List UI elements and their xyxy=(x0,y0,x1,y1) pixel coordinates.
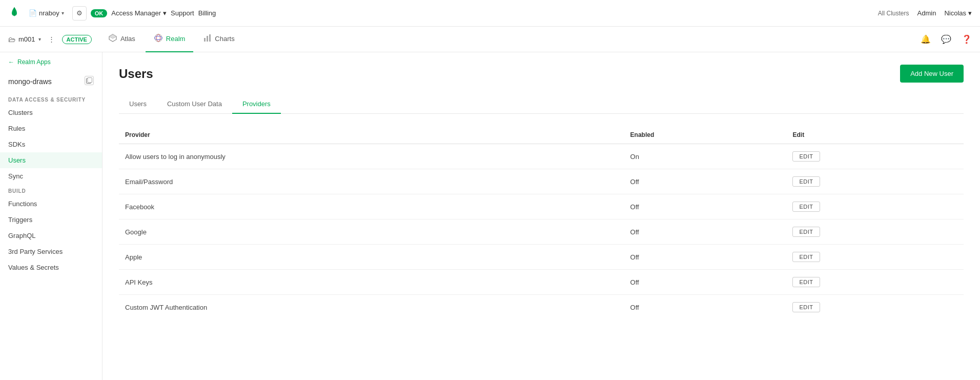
provider-col-header: Provider xyxy=(119,126,624,144)
billing-link[interactable]: Billing xyxy=(198,9,216,17)
main-layout: ← Realm Apps mongo-draws DATA ACCESS & S… xyxy=(0,52,980,380)
provider-name: Facebook xyxy=(119,194,624,219)
second-nav: 🗁 m001 ▾ ⋮ ACTIVE Atlas xyxy=(0,27,980,52)
subtab-custom-user-data[interactable]: Custom User Data xyxy=(157,95,232,114)
atlas-icon xyxy=(108,33,117,44)
svg-marker-1 xyxy=(109,34,116,38)
edit-provider-button[interactable]: EDIT xyxy=(792,202,820,212)
subtab-users[interactable]: Users xyxy=(119,95,157,114)
providers-table: Provider Enabled Edit Allow users to log… xyxy=(119,126,964,319)
folder-icon: 🗁 xyxy=(8,35,15,44)
admin-label: Admin xyxy=(917,9,936,17)
all-clusters-label[interactable]: All Clusters xyxy=(878,10,909,17)
table-row: API KeysOffEDIT xyxy=(119,270,964,295)
access-manager-button[interactable]: Access Manager ▾ xyxy=(111,9,167,17)
provider-edit-cell: EDIT xyxy=(786,245,964,270)
sidebar-item-sdks[interactable]: SDKs xyxy=(0,136,102,152)
edit-provider-button[interactable]: EDIT xyxy=(792,277,820,287)
edit-provider-button[interactable]: EDIT xyxy=(792,151,820,162)
tab-atlas[interactable]: Atlas xyxy=(100,27,144,52)
provider-edit-cell: EDIT xyxy=(786,270,964,295)
page-header: Users Add New User xyxy=(119,65,964,83)
cluster-selector[interactable]: 🗁 m001 ▾ xyxy=(8,35,41,44)
provider-enabled-status: Off xyxy=(624,194,787,219)
back-to-realm-apps[interactable]: ← Realm Apps xyxy=(0,52,102,72)
sidebar-item-clusters[interactable]: Clusters xyxy=(0,105,102,121)
sidebar-item-users[interactable]: Users xyxy=(0,152,102,168)
sidebar-item-rules[interactable]: Rules xyxy=(0,121,102,136)
table-row: GoogleOffEDIT xyxy=(119,219,964,245)
provider-enabled-status: Off xyxy=(624,270,787,295)
back-arrow-icon: ← xyxy=(8,58,14,66)
svg-rect-6 xyxy=(207,36,208,42)
support-link[interactable]: Support xyxy=(171,9,194,17)
svg-point-3 xyxy=(156,34,160,42)
app-name-label: mongo-draws xyxy=(8,77,52,86)
build-section-label: BUILD xyxy=(0,184,102,196)
realm-icon xyxy=(154,33,163,44)
sidebar-item-graphql[interactable]: GraphQL xyxy=(0,228,102,244)
sidebar-item-sync[interactable]: Sync xyxy=(0,168,102,184)
gear-button[interactable]: ⚙ xyxy=(72,6,87,21)
table-row: Custom JWT AuthenticationOffEDIT xyxy=(119,295,964,320)
gear-icon: ⚙ xyxy=(76,9,83,17)
project-file-icon: 📄 xyxy=(29,9,37,17)
feedback-icon[interactable]: 💬 xyxy=(941,34,951,44)
tab-realm[interactable]: Realm xyxy=(146,27,194,52)
copy-app-id-button[interactable] xyxy=(85,76,94,87)
provider-name: API Keys xyxy=(119,270,624,295)
edit-col-header: Edit xyxy=(786,126,964,144)
provider-enabled-status: Off xyxy=(624,219,787,245)
sidebar-item-functions[interactable]: Functions xyxy=(0,196,102,212)
main-content: Users Add New User Users Custom User Dat… xyxy=(103,52,980,380)
add-new-user-button[interactable]: Add New User xyxy=(900,65,964,83)
cluster-more-options[interactable]: ⋮ xyxy=(45,33,58,45)
help-icon[interactable]: ❓ xyxy=(962,34,972,44)
edit-provider-button[interactable]: EDIT xyxy=(792,252,820,262)
tab-charts-label: Charts xyxy=(215,35,234,43)
status-badge[interactable]: OK xyxy=(91,9,108,17)
provider-edit-cell: EDIT xyxy=(786,219,964,245)
provider-enabled-status: Off xyxy=(624,245,787,270)
sub-tabs: Users Custom User Data Providers xyxy=(119,95,964,114)
provider-name: Custom JWT Authentication xyxy=(119,295,624,320)
active-badge: ACTIVE xyxy=(62,35,92,44)
sidebar-item-third-party-services[interactable]: 3rd Party Services xyxy=(0,244,102,259)
mongodb-logo xyxy=(8,6,21,20)
project-chevron-icon: ▾ xyxy=(62,10,64,16)
username-label: Nicolas xyxy=(944,9,966,17)
tab-realm-label: Realm xyxy=(166,35,186,43)
provider-edit-cell: EDIT xyxy=(786,194,964,219)
top-nav: 📄 nraboy ▾ ⚙ OK Access Manager ▾ Support… xyxy=(0,0,980,27)
edit-provider-button[interactable]: EDIT xyxy=(792,227,820,237)
tab-charts[interactable]: Charts xyxy=(195,27,242,52)
notification-bell-icon[interactable]: 🔔 xyxy=(921,34,931,44)
user-selector[interactable]: Nicolas ▾ xyxy=(944,9,972,17)
subtab-providers[interactable]: Providers xyxy=(232,95,281,114)
provider-enabled-status: On xyxy=(624,144,787,169)
table-row: FacebookOffEDIT xyxy=(119,194,964,219)
edit-provider-button[interactable]: EDIT xyxy=(792,302,820,312)
project-name: nraboy xyxy=(39,9,59,17)
svg-point-2 xyxy=(155,34,162,42)
table-row: AppleOffEDIT xyxy=(119,245,964,270)
provider-enabled-status: Off xyxy=(624,295,787,320)
table-header: Provider Enabled Edit xyxy=(119,126,964,144)
cluster-chevron-icon: ▾ xyxy=(38,36,41,42)
tab-atlas-label: Atlas xyxy=(120,35,135,43)
svg-point-4 xyxy=(155,36,162,39)
provider-edit-cell: EDIT xyxy=(786,144,964,169)
provider-edit-cell: EDIT xyxy=(786,295,964,320)
sidebar-item-triggers[interactable]: Triggers xyxy=(0,212,102,228)
provider-name: Google xyxy=(119,219,624,245)
table-row: Email/PasswordOffEDIT xyxy=(119,169,964,194)
edit-provider-button[interactable]: EDIT xyxy=(792,176,820,187)
sidebar: ← Realm Apps mongo-draws DATA ACCESS & S… xyxy=(0,52,103,380)
sidebar-item-values-secrets[interactable]: Values & Secrets xyxy=(0,259,102,275)
second-nav-tabs: Atlas Realm Charts xyxy=(100,27,243,52)
back-to-realm-apps-label: Realm Apps xyxy=(17,58,51,66)
user-chevron-icon: ▾ xyxy=(968,9,972,17)
sidebar-app-name-row: mongo-draws xyxy=(0,72,102,93)
top-nav-right: All Clusters Admin Nicolas ▾ xyxy=(878,9,972,17)
project-selector[interactable]: 📄 nraboy ▾ xyxy=(25,7,68,19)
